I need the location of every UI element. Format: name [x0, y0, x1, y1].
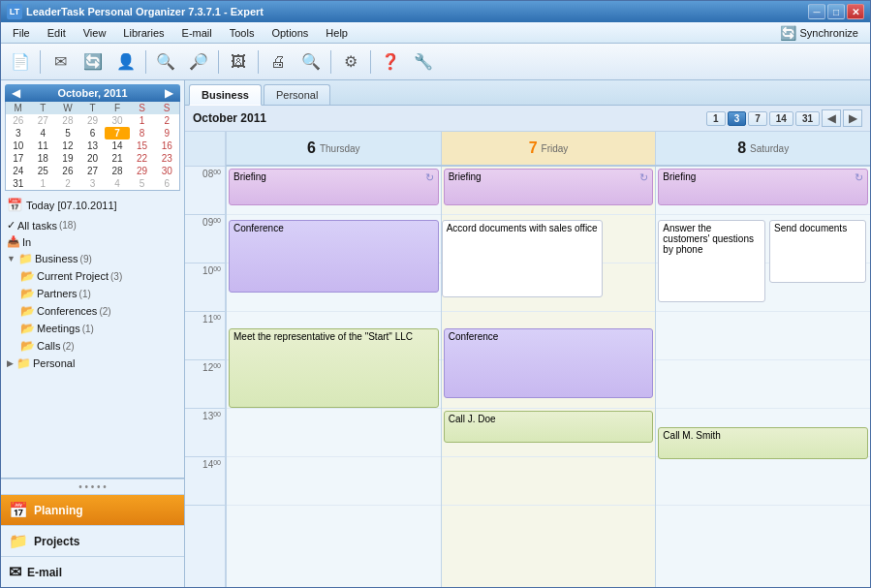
menu-view[interactable]: View	[76, 25, 114, 41]
print-button[interactable]: 🖨	[263, 47, 294, 77]
contacts-button[interactable]: 👤	[110, 47, 141, 77]
tree-item-business[interactable]: ▼ 📁 Business (9)	[3, 250, 182, 267]
appointment-conference-fri[interactable]: Conference	[444, 328, 654, 398]
cal-day[interactable]: 11	[31, 139, 56, 152]
cal-day[interactable]: 10	[6, 139, 31, 152]
help-button[interactable]: ❓	[375, 47, 406, 77]
cal-day[interactable]: 4	[31, 127, 56, 139]
refresh-appt-icon[interactable]: ↻	[425, 171, 434, 184]
cal-day[interactable]: 14	[105, 139, 130, 152]
cal-day[interactable]: 29	[130, 165, 155, 177]
cal-day[interactable]: 22	[130, 152, 155, 165]
refresh-appt-icon[interactable]: ↻	[639, 171, 648, 184]
calendar-prev-button[interactable]: ◀	[9, 86, 23, 100]
appointment-accord-fri[interactable]: Accord documents with sales office	[442, 220, 603, 297]
cal-day[interactable]: 2	[55, 177, 80, 190]
nav-projects-button[interactable]: 📁 Projects	[1, 525, 184, 556]
tree-item-personal[interactable]: ▶ 📁 Personal	[3, 355, 182, 372]
cal-day[interactable]: 21	[105, 152, 130, 165]
appointment-briefing-thu[interactable]: Briefing ↻	[229, 169, 439, 205]
cal-day[interactable]: 3	[6, 127, 31, 139]
menu-help[interactable]: Help	[318, 25, 356, 41]
tree-item-current-project[interactable]: 📂 Current Project (3)	[16, 267, 182, 285]
tree-item-meetings[interactable]: 📂 Meetings (1)	[16, 320, 182, 337]
cal-day[interactable]: 13	[80, 139, 106, 152]
menu-tools[interactable]: Tools	[222, 25, 263, 41]
cal-day[interactable]: 4	[105, 177, 130, 190]
image-button[interactable]: 🖼	[223, 47, 254, 77]
cal-day[interactable]: 28	[55, 114, 80, 127]
cal-day[interactable]: 26	[55, 165, 80, 177]
view-14day-button[interactable]: 14	[769, 111, 793, 126]
menu-file[interactable]: File	[5, 25, 38, 41]
close-button[interactable]: ✕	[847, 4, 864, 19]
email-button[interactable]: ✉	[45, 47, 76, 77]
cal-day[interactable]: 27	[31, 114, 56, 127]
cal-day[interactable]: 26	[6, 114, 31, 127]
cal-day[interactable]: 12	[55, 139, 80, 152]
tree-item-partners[interactable]: 📂 Partners (1)	[16, 285, 182, 302]
info-button[interactable]: 🔧	[408, 47, 439, 77]
cal-day[interactable]: 31	[6, 177, 31, 190]
cal-day-today[interactable]: 7	[105, 127, 130, 139]
refresh-button[interactable]: 🔄	[78, 47, 109, 77]
cal-day[interactable]: 30	[105, 114, 130, 127]
view-7day-button[interactable]: 7	[748, 111, 767, 126]
appointment-conference-thu[interactable]: Conference	[229, 220, 439, 293]
cal-day[interactable]: 2	[154, 114, 179, 127]
appointment-briefing-sat[interactable]: Briefing ↻	[658, 169, 868, 205]
cal-day[interactable]: 15	[130, 139, 155, 152]
maximize-button[interactable]: □	[827, 4, 845, 19]
cal-day[interactable]: 9	[154, 127, 179, 139]
view-31day-button[interactable]: 31	[795, 111, 820, 126]
appointment-answer-sat[interactable]: Answer the customers' questions by phone	[658, 220, 765, 302]
cal-day[interactable]: 24	[6, 165, 31, 177]
appointment-briefing-fri[interactable]: Briefing ↻	[444, 169, 654, 205]
today-button[interactable]: 📅 Today [07.10.2011]	[1, 195, 184, 215]
appointment-meet-thu[interactable]: Meet the representative of the "Start" L…	[229, 328, 439, 408]
find-button[interactable]: 🔍	[296, 47, 327, 77]
tab-personal[interactable]: Personal	[264, 84, 330, 105]
cal-day[interactable]: 17	[6, 152, 31, 165]
cal-day[interactable]: 19	[55, 152, 80, 165]
tree-item-conferences[interactable]: 📂 Conferences (2)	[16, 302, 182, 320]
cal-day[interactable]: 8	[130, 127, 155, 139]
cal-day[interactable]: 5	[55, 127, 80, 139]
view-1day-button[interactable]: 1	[706, 111, 726, 126]
minimize-button[interactable]: ─	[808, 4, 825, 19]
appointment-call-doe[interactable]: Call J. Doe	[444, 411, 654, 443]
cal-day[interactable]: 25	[31, 165, 56, 177]
menu-libraries[interactable]: Libraries	[115, 25, 171, 41]
nav-email-button[interactable]: ✉ E-mail	[1, 556, 184, 587]
tree-item-in[interactable]: 📥 In	[3, 233, 182, 250]
cal-view-prev-button[interactable]: ◀	[822, 109, 841, 127]
cal-day[interactable]: 5	[130, 177, 155, 190]
appointment-send-sat[interactable]: Send documents	[769, 220, 866, 283]
tab-business[interactable]: Business	[189, 84, 262, 106]
refresh-appt-icon[interactable]: ↻	[855, 171, 863, 184]
cal-day[interactable]: 20	[80, 152, 106, 165]
cal-day[interactable]: 23	[154, 152, 179, 165]
appointment-call-smith[interactable]: Call M. Smith	[658, 427, 868, 459]
tree-item-all-tasks[interactable]: ✓ All tasks (18)	[3, 217, 182, 233]
tree-item-calls[interactable]: 📂 Calls (2)	[16, 337, 182, 355]
search-button[interactable]: 🔎	[183, 47, 214, 77]
filter-button[interactable]: 🔍	[150, 47, 181, 77]
cal-day[interactable]: 6	[80, 127, 106, 139]
menu-email[interactable]: E-mail	[174, 25, 220, 41]
menu-edit[interactable]: Edit	[40, 25, 74, 41]
cal-day[interactable]: 16	[154, 139, 179, 152]
settings-button[interactable]: ⚙	[335, 47, 366, 77]
cal-day[interactable]: 27	[80, 165, 106, 177]
cal-day[interactable]: 30	[154, 165, 179, 177]
cal-day[interactable]: 1	[130, 114, 155, 127]
cal-day[interactable]: 6	[154, 177, 179, 190]
view-3day-button[interactable]: 3	[728, 111, 747, 126]
cal-day[interactable]: 1	[31, 177, 56, 190]
cal-day[interactable]: 18	[31, 152, 56, 165]
calendar-next-button[interactable]: ▶	[162, 86, 176, 100]
cal-view-next-button[interactable]: ▶	[843, 109, 862, 127]
cal-day[interactable]: 28	[105, 165, 130, 177]
sync-button[interactable]: 🔄 Synchronize	[772, 23, 866, 43]
menu-options[interactable]: Options	[264, 25, 316, 41]
